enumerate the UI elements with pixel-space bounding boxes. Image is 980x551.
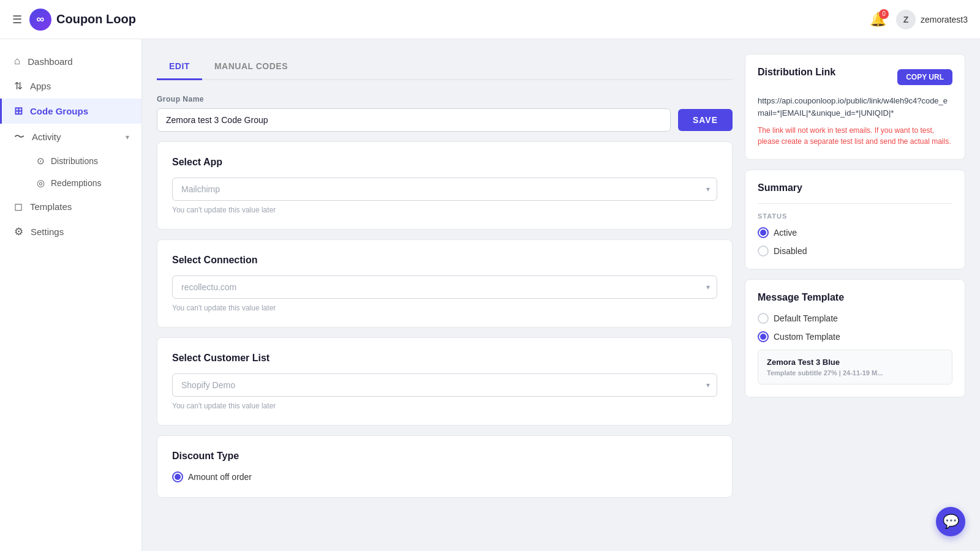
sidebar-item-label: Dashboard <box>28 56 129 67</box>
logo-text: Coupon Loop <box>56 12 136 26</box>
radio-circle-default <box>758 313 769 324</box>
custom-template-radio[interactable]: Custom Template <box>758 331 952 342</box>
redemptions-icon: ◎ <box>37 178 45 189</box>
sidebar-item-code-groups[interactable]: ⊞ Code Groups <box>0 99 141 124</box>
sidebar-item-activity[interactable]: 〜 Activity ▾ <box>0 124 141 150</box>
select-connection-dropdown[interactable]: recollectu.com <box>172 276 717 299</box>
notification-button[interactable]: 🔔 0 <box>870 12 886 28</box>
message-template-card: Message Template Default Template Custom… <box>745 279 965 397</box>
summary-card: Summary STATUS Active Disabled <box>745 170 965 269</box>
distribution-link-title: Distribution Link <box>758 67 835 78</box>
settings-icon: ⚙ <box>14 225 23 238</box>
chat-widget-button[interactable]: 💬 <box>936 507 965 536</box>
status-disabled-label: Disabled <box>774 246 807 256</box>
tab-edit[interactable]: EDIT <box>157 54 202 80</box>
select-app-wrapper: Mailchimp ▾ <box>172 178 717 201</box>
sidebar-item-distributions[interactable]: ⊙ Distributions <box>27 150 141 172</box>
templates-icon: ◻ <box>14 200 23 213</box>
select-app-hint: You can't update this value later <box>172 206 717 214</box>
default-template-label: Default Template <box>774 313 838 323</box>
template-name: Zemora Test 3 Blue <box>767 358 943 367</box>
custom-template-label: Custom Template <box>774 332 840 342</box>
sidebar: ⌂ Dashboard ⇅ Apps ⊞ Code Groups 〜 Activ… <box>0 39 142 551</box>
template-name-box: Zemora Test 3 Blue Template subtitle 27%… <box>758 350 952 384</box>
chevron-down-icon: ▾ <box>126 133 129 141</box>
select-customer-list-section: Select Customer List Shopify Demo ▾ You … <box>157 337 733 425</box>
status-disabled-radio[interactable]: Disabled <box>758 246 952 257</box>
main-content: EDIT MANUAL CODES Group Name SAVE Select… <box>142 39 980 551</box>
save-button[interactable]: SAVE <box>678 109 733 131</box>
radio-circle-custom <box>758 331 769 342</box>
logo: ∞ Coupon Loop <box>29 9 136 31</box>
radio-dot-custom <box>760 334 766 340</box>
summary-title: Summary <box>758 182 952 193</box>
select-app-section: Select App Mailchimp ▾ You can't update … <box>157 141 733 230</box>
sidebar-item-label: Templates <box>30 201 129 212</box>
distributions-icon: ⊙ <box>37 156 45 167</box>
sidebar-item-settings[interactable]: ⚙ Settings <box>0 219 141 244</box>
discount-type-title: Discount Type <box>172 451 717 462</box>
template-subtitle: Template subtitle 27% | 24-11-19 M... <box>767 369 943 377</box>
message-template-radio-group: Default Template Custom Template <box>758 313 952 342</box>
radio-dot-active <box>760 230 766 236</box>
radio-circle-disabled <box>758 246 769 257</box>
user-name: zemoratest3 <box>921 15 968 24</box>
select-customer-list-wrapper: Shopify Demo ▾ <box>172 373 717 397</box>
discount-type-section: Discount Type Amount off order <box>157 435 733 498</box>
sidebar-item-redemptions[interactable]: ◎ Redemptions <box>27 172 141 194</box>
select-customer-list-dropdown[interactable]: Shopify Demo <box>172 373 717 397</box>
left-panel: EDIT MANUAL CODES Group Name SAVE Select… <box>157 54 733 536</box>
code-groups-icon: ⊞ <box>14 105 23 118</box>
group-name-label: Group Name <box>157 95 733 103</box>
select-app-title: Select App <box>172 157 717 168</box>
notification-badge: 0 <box>879 9 889 19</box>
tab-manual-codes[interactable]: MANUAL CODES <box>202 54 300 80</box>
select-connection-hint: You can't update this value later <box>172 304 717 312</box>
select-app-dropdown[interactable]: Mailchimp <box>172 178 717 201</box>
default-template-radio[interactable]: Default Template <box>758 313 952 324</box>
menu-icon[interactable]: ☰ <box>12 13 22 26</box>
radio-circle <box>172 471 183 482</box>
header-right: 🔔 0 Z zemoratest3 <box>870 10 968 29</box>
select-connection-section: Select Connection recollectu.com ▾ You c… <box>157 239 733 328</box>
sidebar-item-label: Apps <box>30 81 129 91</box>
select-connection-wrapper: recollectu.com ▾ <box>172 276 717 299</box>
message-template-title: Message Template <box>758 292 952 303</box>
radio-dot <box>175 474 181 480</box>
select-customer-list-title: Select Customer List <box>172 353 717 364</box>
distribution-url: https://api.couponloop.io/public/link/w4… <box>758 95 952 119</box>
distribution-link-card: Distribution Link COPY URL https://api.c… <box>745 54 965 160</box>
sidebar-item-dashboard[interactable]: ⌂ Dashboard <box>0 49 141 73</box>
amount-off-order-radio[interactable]: Amount off order <box>172 471 717 482</box>
tab-bar: EDIT MANUAL CODES <box>157 54 733 80</box>
header: ☰ ∞ Coupon Loop 🔔 0 Z zemoratest3 <box>0 0 980 39</box>
logo-icon: ∞ <box>29 9 51 31</box>
sidebar-item-apps[interactable]: ⇅ Apps <box>0 73 141 99</box>
distribution-link-header: Distribution Link COPY URL <box>758 67 952 88</box>
status-label: STATUS <box>758 212 952 220</box>
copy-url-button[interactable]: COPY URL <box>897 69 952 85</box>
user-info[interactable]: Z zemoratest3 <box>896 10 968 29</box>
apps-icon: ⇅ <box>14 80 23 92</box>
right-panel: Distribution Link COPY URL https://api.c… <box>745 54 965 536</box>
header-left: ☰ ∞ Coupon Loop <box>12 9 136 31</box>
sidebar-item-templates[interactable]: ◻ Templates <box>0 194 141 219</box>
user-avatar: Z <box>896 10 916 29</box>
sidebar-item-label: Code Groups <box>30 106 129 116</box>
status-radio-group: Active Disabled <box>758 227 952 257</box>
divider <box>758 203 952 204</box>
sidebar-item-label: Activity <box>32 132 118 142</box>
sidebar-sub-label: Distributions <box>51 156 98 166</box>
sidebar-item-label: Settings <box>31 227 129 237</box>
select-connection-title: Select Connection <box>172 255 717 266</box>
amount-off-order-label: Amount off order <box>188 472 252 482</box>
distribution-warning: The link will not work in test emails. I… <box>758 125 952 147</box>
status-active-radio[interactable]: Active <box>758 227 952 238</box>
select-customer-list-hint: You can't update this value later <box>172 402 717 410</box>
sidebar-sub-label: Redemptions <box>51 178 102 188</box>
home-icon: ⌂ <box>14 55 20 67</box>
status-active-label: Active <box>774 228 797 238</box>
radio-circle-active <box>758 227 769 238</box>
sidebar-sub-menu: ⊙ Distributions ◎ Redemptions <box>0 150 141 194</box>
group-name-input[interactable] <box>157 108 671 132</box>
